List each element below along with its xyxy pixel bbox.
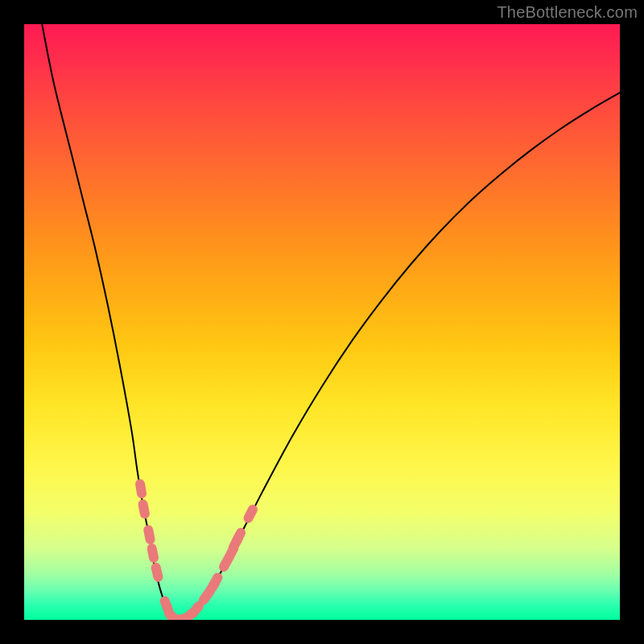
curve-marker [242,503,259,525]
curve-layer [24,24,620,620]
marker-group [134,478,259,620]
curve-marker [134,478,147,499]
curve-marker [138,498,151,519]
plot-area [24,24,620,620]
curve-marker [150,562,163,583]
curve-marker [147,543,159,564]
watermark-text: TheBottleneck.com [497,3,638,22]
chart-frame: TheBottleneck.com [0,0,644,644]
curve-right-branch [197,93,620,608]
curve-marker [142,524,155,545]
